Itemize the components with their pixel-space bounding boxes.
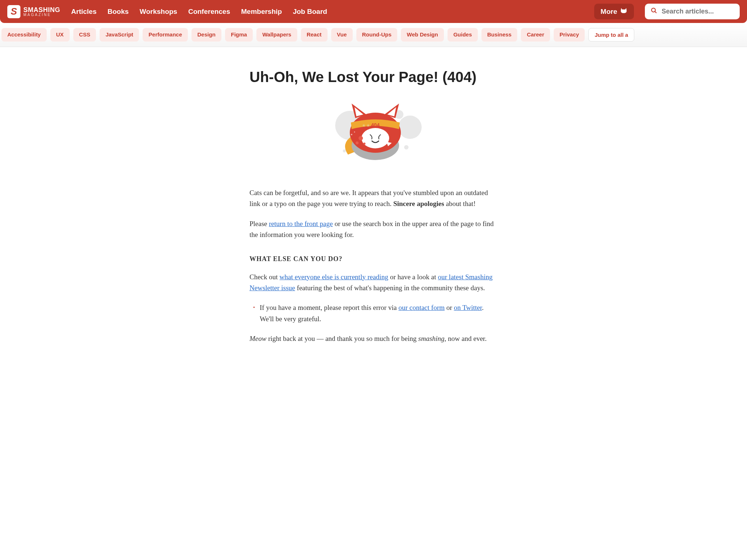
nav-job-board[interactable]: Job Board — [293, 8, 327, 16]
cat-icon — [620, 7, 627, 16]
tag-javascript[interactable]: JavaScript — [100, 28, 139, 42]
svg-point-17 — [354, 132, 355, 133]
svg-point-14 — [356, 141, 359, 144]
tag-guides[interactable]: Guides — [448, 28, 478, 42]
twitter-link[interactable]: on Twitter — [454, 304, 482, 311]
svg-line-1 — [655, 11, 657, 13]
return-paragraph: Please return to the front page or use t… — [249, 218, 498, 241]
logo-subtitle: MAGAZINE — [23, 13, 60, 17]
nav-membership[interactable]: Membership — [241, 8, 282, 16]
logo-text: SMASHING MAGAZINE — [23, 7, 60, 17]
tag-business[interactable]: Business — [481, 28, 518, 42]
return-front-page-link[interactable]: return to the front page — [269, 220, 333, 228]
nav-articles[interactable]: Articles — [71, 8, 97, 16]
tag-performance[interactable]: Performance — [143, 28, 188, 42]
tag-css[interactable]: CSS — [73, 28, 96, 42]
svg-point-0 — [651, 8, 655, 12]
svg-point-15 — [363, 143, 365, 145]
more-label: More — [601, 8, 617, 16]
action-list: If you have a moment, please report this… — [249, 302, 498, 324]
more-button[interactable]: More — [594, 4, 634, 19]
tag-bar: Accessibility UX CSS JavaScript Performa… — [0, 23, 747, 47]
tag-figma[interactable]: Figma — [225, 28, 253, 42]
list-item: If you have a moment, please report this… — [260, 302, 498, 324]
tag-react[interactable]: React — [301, 28, 328, 42]
jump-to-all-button[interactable]: Jump to all a — [588, 28, 634, 42]
popular-reading-link[interactable]: what everyone else is currently reading — [279, 273, 388, 281]
nav-workshops[interactable]: Workshops — [140, 8, 177, 16]
svg-point-6 — [343, 149, 346, 152]
page-title: Uh-Oh, We Lost Your Page! (404) — [249, 69, 498, 85]
search-box[interactable] — [645, 4, 740, 19]
svg-text:★: ★ — [366, 123, 370, 128]
search-input[interactable] — [662, 8, 734, 15]
nav-books[interactable]: Books — [108, 8, 129, 16]
svg-point-16 — [351, 134, 352, 135]
tag-privacy[interactable]: Privacy — [554, 28, 585, 42]
tag-accessibility[interactable]: Accessibility — [1, 28, 47, 42]
svg-text:★: ★ — [362, 123, 366, 128]
tag-design[interactable]: Design — [191, 28, 221, 42]
svg-point-13 — [359, 136, 363, 140]
primary-nav: Articles Books Workshops Conferences Mem… — [71, 8, 583, 16]
intro-paragraph: Cats can be forgetful, and so are we. It… — [249, 187, 498, 210]
svg-point-12 — [361, 128, 389, 148]
tag-wallpapers[interactable]: Wallpapers — [256, 28, 297, 42]
tag-web-design[interactable]: Web Design — [401, 28, 444, 42]
section-heading: WHAT ELSE CAN YOU DO? — [249, 255, 498, 263]
svg-text:404: 404 — [371, 122, 380, 128]
logo-mark-icon: S — [7, 5, 20, 18]
suggestions-paragraph: Check out what everyone else is currentl… — [249, 272, 498, 294]
closing-paragraph: Meow right back at you — and thank you s… — [249, 333, 498, 344]
search-icon — [651, 7, 657, 16]
svg-point-5 — [404, 145, 409, 149]
logo-title: SMASHING — [23, 7, 60, 13]
tag-vue[interactable]: Vue — [331, 28, 353, 42]
tag-career[interactable]: Career — [521, 28, 550, 42]
main-header: S SMASHING MAGAZINE Articles Books Works… — [0, 0, 747, 23]
svg-point-4 — [398, 116, 422, 139]
tag-round-ups[interactable]: Round-Ups — [356, 28, 398, 42]
nav-conferences[interactable]: Conferences — [188, 8, 230, 16]
error-cat-illustration: 404 ★ ★ — [249, 100, 498, 166]
main-content: Uh-Oh, We Lost Your Page! (404) 404 ★ ★ — [242, 69, 505, 345]
contact-form-link[interactable]: our contact form — [398, 304, 445, 311]
tag-ux[interactable]: UX — [50, 28, 70, 42]
site-logo[interactable]: S SMASHING MAGAZINE — [7, 5, 60, 18]
